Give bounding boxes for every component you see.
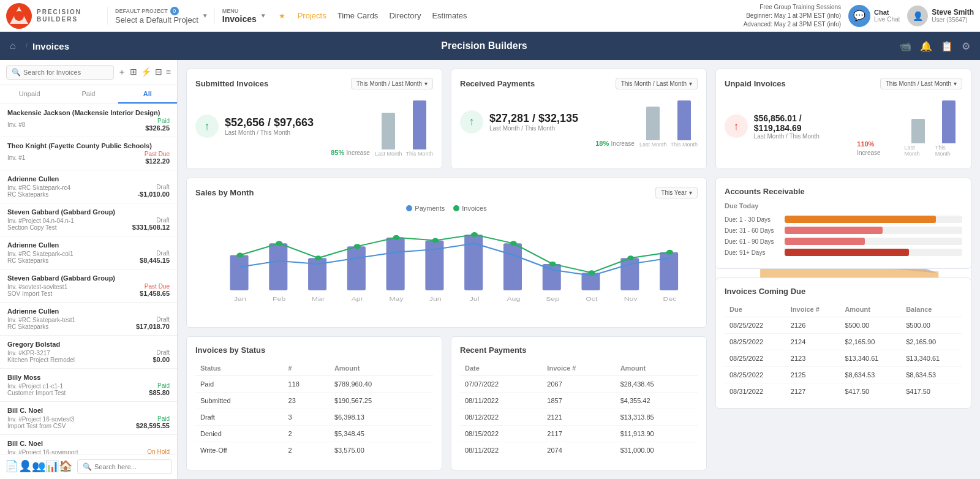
list-item[interactable]: Mackensie Jackson (Mackensie Interior De…: [0, 104, 177, 137]
menu-area[interactable]: MENU Invoices ▼: [214, 8, 266, 24]
right-column: Accounts Receivable Due Today Due: 1 - 3…: [715, 178, 971, 470]
search-input[interactable]: [23, 69, 108, 76]
sales-by-month-header: Sales by Month This Year ▾: [195, 187, 698, 198]
people-bottom-icon[interactable]: 👥: [32, 459, 45, 474]
invoice-status-badge: Draft: [156, 184, 170, 190]
list-item[interactable]: Theo Knight (Fayette County Public Schoo…: [0, 137, 177, 170]
due-date-cell: 08/25/2022: [725, 334, 786, 350]
list-item[interactable]: Adrienne Cullen Inv. #RC Skatepark-test1…: [0, 303, 177, 336]
nav-link-projects[interactable]: Projects: [298, 11, 326, 20]
table-row[interactable]: 08/11/2022 2074 $31,000.00: [460, 442, 698, 458]
svg-text:Nov: Nov: [624, 296, 638, 302]
reports-bottom-icon[interactable]: 📊: [45, 459, 59, 474]
invoice-status-amount: Draft $0.00: [153, 349, 170, 363]
unpaid-invoices-metric: ↑ $56,856.01 / $119,184.69 Last Month / …: [725, 96, 962, 157]
view-icon[interactable]: ⊟: [155, 67, 162, 78]
table-row[interactable]: 08/25/2022 2123 $13,340.61 $13,340.61: [725, 350, 962, 367]
table-row[interactable]: 08/25/2022 2125 $8,634.53 $8,634.53: [725, 367, 962, 383]
bottom-search-box[interactable]: 🔍: [77, 459, 172, 474]
invoice-project: RC Skateparks: [7, 323, 75, 330]
table-row[interactable]: 08/25/2022 2124 $2,165.90 $2,165.90: [725, 334, 962, 350]
table-row[interactable]: Paid 118 $789,960.40: [195, 375, 433, 392]
received-payments-card: Received Payments This Month / Last Mont…: [451, 69, 707, 169]
nav-link-directory[interactable]: Directory: [389, 11, 421, 20]
date-cell: 08/15/2022: [460, 425, 542, 442]
col-count: #: [284, 361, 330, 376]
table-row[interactable]: Write-Off 2 $3,575.00: [195, 442, 433, 458]
list-item[interactable]: Bill C. Noel Inv. #Project 16-sovimport …: [0, 435, 177, 454]
table-row[interactable]: 08/15/2022 2117 $11,913.90: [460, 425, 698, 442]
home-icon[interactable]: ⌂: [10, 40, 16, 51]
table-row[interactable]: 08/31/2022 2127 $417.50 $417.50: [725, 383, 962, 400]
list-item[interactable]: Steven Gabbard (Gabbard Group) Inv. #sov…: [0, 270, 177, 303]
tab-all[interactable]: All: [118, 85, 177, 104]
legend-invoices: Invoices: [453, 205, 486, 212]
table-row[interactable]: Submitted 23 $190,567.25: [195, 392, 433, 409]
invoices-bottom-icon[interactable]: 📄: [5, 459, 18, 474]
add-icon[interactable]: ＋: [118, 67, 126, 78]
table-row[interactable]: Draft 3 $6,398.13: [195, 409, 433, 425]
svg-text:Apr: Apr: [352, 296, 364, 302]
date-cell: 08/12/2022: [460, 409, 542, 425]
sidebar-toolbar-icons: ＋ ⊞ ⚡ ⊟ ≡: [118, 67, 171, 78]
bell-icon[interactable]: 🔔: [920, 40, 932, 52]
tab-unpaid[interactable]: Unpaid: [0, 85, 59, 104]
project-dropdown-arrow: ▼: [202, 12, 208, 19]
grid-icon[interactable]: ⊞: [130, 67, 137, 78]
invoice-amount: $1,458.65: [140, 290, 170, 297]
nav-link-timecards[interactable]: Time Cards: [337, 11, 379, 20]
table-row[interactable]: 07/07/2022 2067 $28,438.45: [460, 375, 698, 392]
legend-payments: Payments: [406, 205, 445, 212]
received-payments-dropdown[interactable]: This Month / Last Month ▾: [616, 78, 698, 89]
filter-icon[interactable]: ⚡: [141, 67, 151, 78]
invoice-meta: Inv. #1 Past Due $122.20: [7, 151, 170, 165]
sales-legend: Payments Invoices: [195, 205, 698, 212]
invoice-num-cell: 2126: [786, 317, 840, 334]
bottom-search-input[interactable]: [94, 463, 167, 470]
list-item[interactable]: Billy Moss Inv. #Project c1-c1-1 Custome…: [0, 369, 177, 402]
invoice-status-badge: Past Due: [145, 151, 170, 157]
invoice-project: Kitchen Project Remodel: [7, 356, 75, 363]
unpaid-invoices-dropdown[interactable]: This Month / Last Month ▾: [880, 78, 962, 89]
invoice-list: Mackensie Jackson (Mackensie Interior De…: [0, 104, 177, 454]
submitted-mini-bars: Last Month This Month: [375, 100, 433, 157]
table-row[interactable]: Denied 2 $5,348.45: [195, 425, 433, 442]
tab-paid[interactable]: Paid: [59, 85, 118, 104]
live-chat-button[interactable]: 💬 Chat Live Chat: [848, 5, 900, 27]
list-item[interactable]: Bill C. Noel Inv. #Project 16-sovtest3 I…: [0, 402, 177, 435]
table-row[interactable]: 08/11/2022 1857 $4,355.42: [460, 392, 698, 409]
list-icon[interactable]: ≡: [166, 67, 171, 78]
ar-bar-label: Due: 31 - 60 Days: [725, 227, 780, 234]
invoice-ref: Inv. #Project 04.n-04.n-1: [7, 217, 74, 224]
list-item[interactable]: Steven Gabbard (Gabbard Group) Inv. #Pro…: [0, 203, 177, 236]
clipboard-icon[interactable]: 📋: [941, 40, 953, 52]
default-project-selector[interactable]: DEFAULT PROJECT 0 Select a Default Proje…: [107, 7, 208, 25]
balance-cell: $2,165.90: [901, 334, 962, 350]
invoice-status-badge: Draft: [156, 217, 170, 224]
contacts-bottom-icon[interactable]: 👤: [18, 459, 32, 474]
list-item[interactable]: Adrienne Cullen Inv. #RC Skatepark-rc4 R…: [0, 170, 177, 203]
home-bottom-icon[interactable]: 🏠: [59, 459, 72, 474]
invoice-project: Import Test from CSV: [7, 423, 74, 429]
sales-dropdown[interactable]: This Year ▾: [655, 187, 698, 198]
user-profile[interactable]: 👤 Steve Smith User (35647): [907, 6, 974, 26]
unpaid-trend-icon: ↑: [725, 115, 748, 138]
invoice-client: Adrienne Cullen: [7, 175, 170, 183]
ar-header: Accounts Receivable: [725, 187, 962, 196]
table-row[interactable]: 08/25/2022 2126 $500.00 $500.00: [725, 317, 962, 334]
settings-icon[interactable]: ⚙: [962, 40, 970, 52]
legend-dot-invoices: [453, 205, 459, 211]
second-nav-right-icons: 📹 🔔 📋 ⚙: [899, 40, 970, 52]
submitted-invoices-dropdown[interactable]: This Month / Last Month ▾: [351, 78, 433, 89]
table-row[interactable]: 08/12/2022 2121 $13,313.85: [460, 409, 698, 425]
invoice-client: Adrienne Cullen: [7, 307, 170, 315]
list-item[interactable]: Adrienne Cullen Inv. #RC Skatepark-coi1 …: [0, 236, 177, 270]
sidebar-tabs: Unpaid Paid All: [0, 85, 177, 104]
list-item[interactable]: Gregory Bolstad Inv. #KPR-3217 Kitchen P…: [0, 336, 177, 369]
video-icon[interactable]: 📹: [899, 40, 911, 52]
nav-link-estimates[interactable]: Estimates: [432, 11, 467, 20]
invoice-search-box[interactable]: 🔍: [6, 65, 114, 80]
invoice-ref: Inv. #Project 16-sovtest3: [7, 416, 74, 423]
svg-text:Dec: Dec: [663, 296, 677, 302]
col-amount: Amount: [330, 361, 433, 376]
